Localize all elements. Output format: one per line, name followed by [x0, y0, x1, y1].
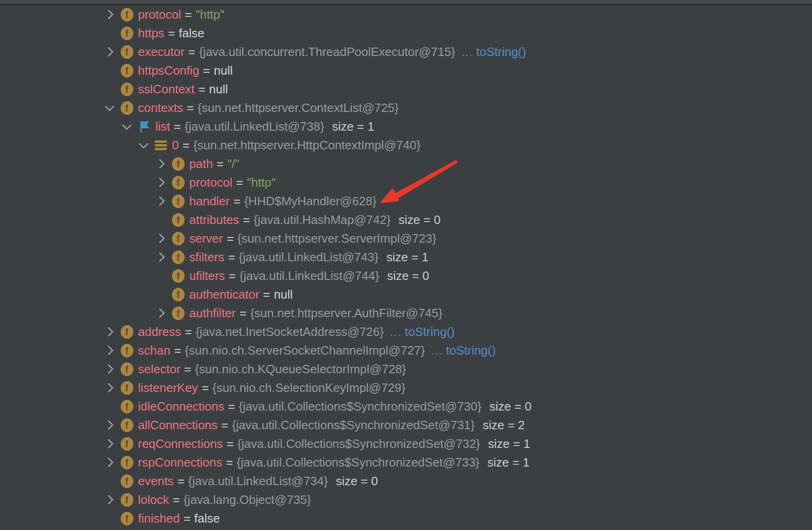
field-badge-glyph: f [121, 45, 133, 59]
tostring-link[interactable]: … toString() [389, 325, 454, 339]
collection-size: size = 1 [386, 250, 428, 265]
equals-sign: = [263, 287, 270, 302]
field-value: null [214, 63, 233, 78]
tree-row-ufilters[interactable]: f ufilters = {java.util.LinkedList@744} … [0, 266, 812, 285]
chevron-spacer [154, 213, 168, 227]
chevron-right-icon[interactable] [103, 45, 117, 59]
tree-row-httpsconfig[interactable]: f httpsConfig = null [0, 61, 812, 80]
equals-sign: = [221, 418, 228, 432]
tree-row-reqconnections[interactable]: f reqConnections = {java.util.Collection… [0, 434, 812, 453]
collection-size: size = 0 [399, 213, 440, 227]
top-toolbar-edge [0, 0, 812, 4]
tree-row-sslcontext[interactable]: f sslContext = null [0, 80, 812, 98]
chevron-right-icon[interactable] [154, 194, 168, 208]
field-value: false [179, 26, 205, 41]
tree-row-schan[interactable]: f schan = {sun.nio.ch.ServerSocketChanne… [0, 341, 812, 360]
field-value: {sun.net.httpserver.HttpContextImpl@740} [193, 138, 420, 153]
chevron-right-icon[interactable] [103, 493, 117, 507]
equals-sign: = [174, 119, 181, 134]
chevron-right-icon[interactable] [103, 381, 117, 395]
tree-row-handler[interactable]: f handler = {HHD$MyHandler@628} [0, 192, 812, 210]
chevron-spacer [103, 399, 117, 413]
chevron-right-icon[interactable] [103, 455, 117, 469]
field-icon: f [120, 509, 133, 528]
field-badge-glyph: f [172, 213, 185, 227]
chevron-right-icon[interactable] [154, 250, 168, 264]
tree-row-listenerkey[interactable]: f listenerKey = {sun.nio.ch.SelectionKey… [0, 378, 812, 397]
field-name: reqConnections [138, 437, 223, 451]
equals-sign: = [182, 138, 189, 153]
field-badge-glyph: f [172, 307, 185, 320]
field-icon: f [120, 472, 133, 490]
chevron-right-icon[interactable] [154, 157, 168, 171]
field-badge-glyph: f [121, 344, 133, 357]
field-name: rspConnections [138, 455, 222, 470]
chevron-right-icon[interactable] [103, 343, 117, 357]
tree-row-index-0[interactable]: 0 = {sun.net.httpserver.HttpContextImpl@… [0, 136, 812, 154]
tree-row-path[interactable]: f path = "/" [0, 154, 812, 173]
equals-sign: = [198, 82, 205, 97]
equals-sign: = [234, 194, 241, 209]
tree-row-executor[interactable]: f executor = {java.util.concurrent.Threa… [0, 42, 812, 61]
chevron-down-icon[interactable] [137, 138, 151, 152]
field-badge-glyph: f [121, 325, 133, 339]
equals-sign: = [227, 231, 234, 246]
chevron-right-icon[interactable] [103, 362, 117, 376]
chevron-spacer [103, 63, 117, 77]
chevron-right-icon[interactable] [154, 231, 168, 245]
tostring-link[interactable]: … toString() [431, 343, 496, 358]
chevron-right-icon[interactable] [154, 175, 168, 189]
field-icon: f [120, 322, 133, 341]
flag-glyph [138, 120, 151, 133]
tree-row-address[interactable]: f address = {java.net.InetSocketAddress@… [0, 322, 812, 341]
tree-row-list[interactable]: list = {java.util.LinkedList@738} size =… [0, 117, 812, 136]
equals-sign: = [203, 63, 210, 78]
field-badge-glyph: f [172, 157, 185, 171]
chevron-right-icon[interactable] [154, 306, 168, 320]
chevron-down-icon[interactable] [120, 119, 134, 133]
flag-icon [138, 117, 151, 136]
chevron-right-icon[interactable] [103, 418, 117, 432]
tree-row-lolock[interactable]: f lolock = {java.lang.Object@735} [0, 490, 812, 509]
tree-row-selector[interactable]: f selector = {sun.nio.ch.KQueueSelectorI… [0, 360, 812, 378]
tree-row-idleconnections[interactable]: f idleConnections = {java.util.Collectio… [0, 397, 812, 416]
field-name: schan [138, 343, 170, 358]
field-name: listenerKey [138, 381, 198, 395]
tree-row-finished[interactable]: f finished = false [0, 509, 812, 528]
tree-row-attributes[interactable]: f attributes = {java.util.HashMap@742} s… [0, 210, 812, 229]
tree-row-rspconnections[interactable]: f rspConnections = {java.util.Collection… [0, 453, 812, 472]
field-value: {java.util.Collections$SynchronizedSet@7… [239, 399, 482, 414]
field-name: protocol [189, 175, 233, 190]
field-value: {java.net.InetSocketAddress@726} [196, 325, 384, 339]
equals-sign: = [229, 269, 236, 283]
field-icon: f [120, 490, 133, 509]
field-name: lolock [138, 493, 169, 507]
chevron-right-icon[interactable] [103, 7, 117, 21]
collection-size: size = 0 [336, 474, 378, 488]
field-badge-glyph: f [121, 8, 133, 21]
chevron-right-icon[interactable] [103, 325, 117, 339]
tree-row-allconnections[interactable]: f allConnections = {java.util.Collection… [0, 416, 812, 434]
field-value: {java.util.Collections$SynchronizedSet@7… [237, 437, 480, 451]
chevron-down-icon[interactable] [103, 101, 117, 115]
list-item-icon [154, 136, 167, 154]
field-icon: f [172, 229, 185, 248]
field-badge-glyph: f [121, 64, 133, 77]
tree-row-sfilters[interactable]: f sfilters = {java.util.LinkedList@743} … [0, 248, 812, 266]
equals-sign: = [226, 455, 233, 470]
tree-row-contexts[interactable]: f contexts = {sun.net.httpserver.Context… [0, 98, 812, 117]
equals-sign: = [184, 511, 191, 526]
tostring-link[interactable]: … toString() [461, 45, 526, 59]
field-badge-glyph: f [121, 101, 133, 115]
tree-row-events[interactable]: f events = {java.util.LinkedList@734} si… [0, 472, 812, 490]
tree-row-server[interactable]: f server = {sun.net.httpserver.ServerImp… [0, 229, 812, 248]
tree-row-authenticator[interactable]: f authenticator = null [0, 285, 812, 304]
tree-row-protocol[interactable]: f protocol = "http" [0, 5, 812, 24]
equals-sign: = [240, 306, 247, 321]
field-value: {sun.nio.ch.ServerSocketChannelImpl@727} [185, 343, 425, 358]
tree-row-authfilter[interactable]: f authfilter = {sun.net.httpserver.AuthF… [0, 304, 812, 322]
chevron-right-icon[interactable] [103, 437, 117, 451]
tree-row-https[interactable]: f https = false [0, 24, 812, 42]
field-name: allConnections [138, 418, 218, 432]
tree-row-protocol-inner[interactable]: f protocol = "http" [0, 173, 812, 192]
